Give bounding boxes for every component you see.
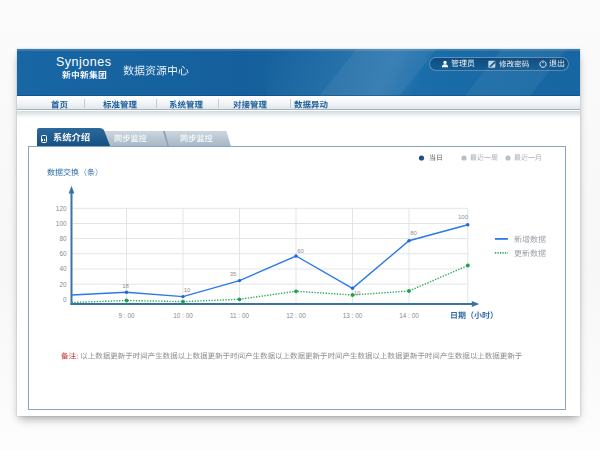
svg-text:100: 100 [458,214,469,220]
svg-text:18: 18 [122,283,129,289]
svg-text:12 : 00: 12 : 00 [286,312,306,319]
svg-text:35: 35 [230,271,237,277]
svg-text:11 : 00: 11 : 00 [230,312,250,319]
svg-text:9 : 00: 9 : 00 [119,312,135,319]
svg-text:120: 120 [56,205,67,212]
svg-text:80: 80 [410,230,417,236]
svg-text:14 : 00: 14 : 00 [399,312,419,319]
svg-text:0: 0 [63,296,67,303]
svg-text:40: 40 [59,265,67,272]
svg-text:60: 60 [59,250,67,257]
svg-text:60: 60 [297,248,304,254]
svg-text:13 : 00: 13 : 00 [343,312,363,319]
svg-text:100: 100 [56,220,67,227]
svg-text:10: 10 [354,290,361,296]
svg-text:80: 80 [59,235,67,242]
svg-text:20: 20 [59,281,67,288]
svg-text:10 : 00: 10 : 00 [173,312,193,319]
svg-text:10: 10 [184,287,191,293]
